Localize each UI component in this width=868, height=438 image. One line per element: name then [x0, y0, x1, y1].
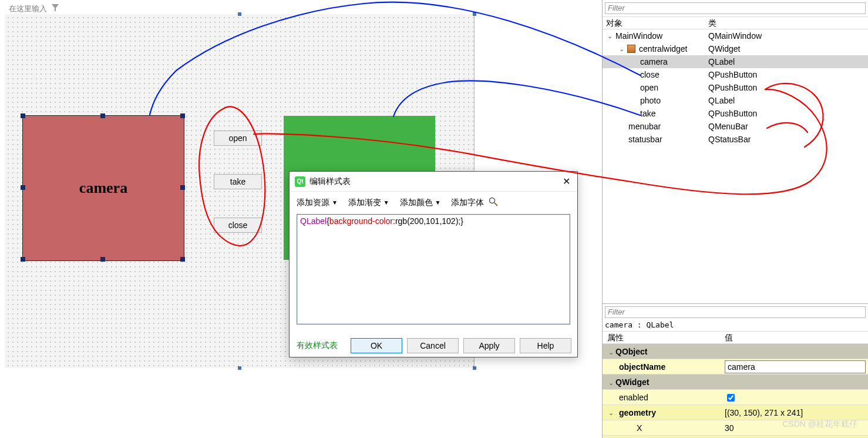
object-tree-row[interactable]: menubarQMenuBar	[603, 120, 868, 133]
object-name: open	[640, 81, 658, 94]
property-editor: Filter camera : QLabel 属性 值 ⌄ QObject ob…	[603, 303, 868, 438]
css-selector: QLabel	[300, 216, 327, 226]
object-class: QWidget	[708, 42, 740, 55]
objectname-input[interactable]	[725, 360, 866, 373]
object-class: QLabel	[708, 55, 735, 68]
object-name: take	[640, 107, 655, 120]
take-button[interactable]: take	[214, 174, 262, 189]
object-class: QLabel	[708, 94, 735, 107]
chevron-down-icon[interactable]: ▼	[383, 199, 389, 206]
object-name: MainWindow	[615, 29, 662, 42]
edit-stylesheet-dialog: Qt 编辑样式表 ✕ 添加资源▼ 添加渐变▼ 添加颜色▼ 添加字体 QLabel…	[289, 171, 578, 357]
object-tree-row[interactable]: cameraQLabel	[603, 55, 868, 68]
property-row-geometry[interactable]: ⌄ geometry [(30, 150), 271 x 241]	[603, 405, 868, 420]
object-class: QMainWindow	[708, 29, 762, 42]
dialog-title: 编辑样式表	[309, 176, 351, 187]
object-name: camera	[640, 55, 668, 68]
chevron-down-icon[interactable]: ⌄	[618, 42, 625, 55]
svg-point-2	[490, 198, 495, 203]
geometry-value: [(30, 150), 271 x 241]	[725, 405, 866, 420]
object-class: QPushButton	[708, 68, 757, 81]
close-icon[interactable]: ✕	[559, 174, 574, 189]
open-button[interactable]: open	[214, 131, 262, 146]
object-name: statusbar	[628, 133, 662, 146]
property-row-y[interactable]: Y 150	[603, 436, 868, 438]
apply-button[interactable]: Apply	[463, 338, 515, 353]
property-row-enabled[interactable]: enabled	[603, 390, 868, 405]
open-button-label: open	[228, 133, 247, 143]
cancel-button[interactable]: Cancel	[407, 338, 459, 353]
object-tree-row[interactable]: openQPushButton	[603, 81, 868, 94]
close-button[interactable]: close	[214, 218, 262, 233]
object-name: menubar	[628, 120, 661, 133]
chevron-down-icon: ⌄	[607, 405, 614, 420]
dialog-titlebar[interactable]: Qt 编辑样式表 ✕	[290, 172, 577, 192]
chevron-down-icon[interactable]: ⌄	[606, 29, 613, 42]
input-hint-label: 在这里输入	[9, 4, 47, 14]
object-tree-row[interactable]: ⌄MainWindowQMainWindow	[603, 29, 868, 42]
add-gradient-menu[interactable]: 添加渐变	[348, 198, 381, 208]
help-button[interactable]: Help	[520, 338, 571, 353]
stylesheet-textarea[interactable]: QLabel{background-color:rgb(200,101,102)…	[297, 214, 570, 325]
object-tree-row[interactable]: statusbarQStatusBar	[603, 133, 868, 146]
object-class: QPushButton	[708, 107, 757, 120]
widget-icon	[627, 45, 635, 53]
add-font-menu[interactable]: 添加字体	[451, 198, 484, 208]
close-button-label: close	[228, 220, 248, 230]
object-class: QMenuBar	[708, 120, 748, 133]
css-value: rgb(200,101,102)	[395, 216, 458, 226]
property-header: 属性 值	[603, 331, 868, 344]
enabled-checkbox[interactable]	[727, 394, 735, 402]
object-tree-row[interactable]: photoQLabel	[603, 94, 868, 107]
watermark: CSDN @桂花年糕仔	[782, 419, 857, 430]
take-button-label: take	[230, 177, 245, 186]
property-group-qwidget[interactable]: ⌄ QWidget	[603, 375, 868, 390]
chevron-down-icon: ⌄	[607, 375, 614, 390]
camera-widget-text: camera	[23, 116, 184, 260]
svg-rect-1	[55, 8, 56, 11]
chevron-down-icon: ⌄	[607, 345, 614, 360]
object-class: QPushButton	[708, 81, 757, 94]
property-header-prop: 属性	[607, 333, 624, 343]
object-name: close	[640, 68, 660, 81]
property-filter-input[interactable]: Filter	[605, 306, 866, 318]
object-header-object: 对象	[606, 18, 623, 29]
qt-icon: Qt	[295, 176, 305, 187]
object-tree-row[interactable]: ⌄centralwidgetQWidget	[603, 42, 868, 55]
valid-stylesheet-label: 有效样式表	[297, 340, 338, 351]
svg-line-3	[494, 203, 497, 206]
dialog-toolbar: 添加资源▼ 添加渐变▼ 添加颜色▼ 添加字体	[290, 192, 577, 210]
object-class: QStatusBar	[708, 133, 751, 146]
object-name: centralwidget	[639, 42, 688, 55]
add-resource-menu[interactable]: 添加资源	[297, 198, 329, 208]
object-tree-header: 对象 类	[603, 16, 868, 29]
property-group-qobject[interactable]: ⌄ QObject	[603, 344, 868, 359]
filter-clear-icon[interactable]	[52, 3, 59, 10]
magnify-icon[interactable]	[489, 197, 498, 206]
object-tree[interactable]: ⌄MainWindowQMainWindow⌄centralwidgetQWid…	[603, 29, 868, 146]
chevron-down-icon[interactable]: ▼	[435, 199, 441, 206]
svg-marker-0	[52, 4, 59, 9]
css-property: background-color	[329, 216, 393, 226]
camera-widget[interactable]: camera	[22, 115, 184, 261]
right-dock: Filter 对象 类 ⌄MainWindowQMainWindow⌄centr…	[602, 0, 868, 438]
y-value: 150	[725, 436, 866, 438]
property-object-label: camera : QLabel	[605, 320, 674, 329]
property-row-objectname[interactable]: objectName	[603, 359, 868, 375]
object-header-class: 类	[708, 18, 716, 29]
ok-button[interactable]: OK	[351, 338, 402, 353]
object-filter-input[interactable]: Filter	[605, 2, 866, 14]
add-color-menu[interactable]: 添加颜色	[400, 198, 433, 208]
property-header-val: 值	[725, 333, 733, 343]
object-tree-row[interactable]: takeQPushButton	[603, 107, 868, 120]
object-name: photo	[640, 94, 661, 107]
chevron-down-icon[interactable]: ▼	[332, 199, 338, 206]
object-tree-row[interactable]: closeQPushButton	[603, 68, 868, 81]
